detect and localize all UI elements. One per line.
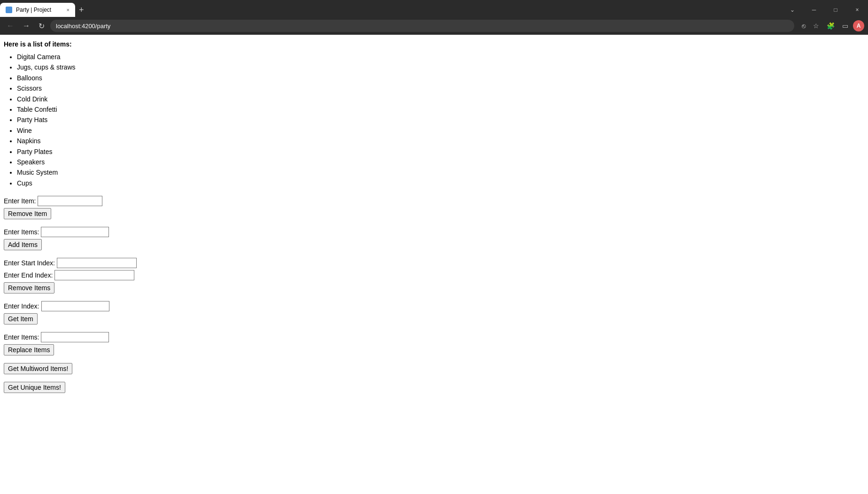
unique-button[interactable]: Get Unique Items! [4,382,65,393]
add-items-input[interactable] [41,227,109,237]
remove-item-input[interactable] [38,196,102,206]
star-icon[interactable]: ☆ [810,20,822,31]
add-items-section: Enter Items: Add Items [4,227,864,250]
tab-favicon [6,7,12,13]
start-index-label: Enter Start Index: [4,259,55,267]
list-item: Wine [17,125,864,136]
remove-item-section: Enter Item: Remove Item [4,196,864,219]
refresh-button[interactable]: ↻ [36,20,47,32]
remove-items-button[interactable]: Remove Items [4,282,54,293]
replace-items-row: Enter Items: [4,332,864,342]
list-item: Jugs, cups & straws [17,62,864,72]
list-item: Table Confetti [17,104,864,115]
get-item-row: Enter Index: [4,301,864,311]
list-item: Cups [17,178,864,188]
replace-items-button[interactable]: Replace Items [4,344,54,355]
tab-bar: Party | Project × + ⌄ ─ □ × [0,0,868,17]
start-index-input[interactable] [57,258,137,268]
back-button[interactable]: ← [4,20,17,32]
get-item-label: Enter Index: [4,302,39,310]
get-item-button[interactable]: Get Item [4,313,38,324]
page-content: Here is a list of items: Digital Camera … [0,35,868,406]
list-item: Speakers [17,157,864,167]
list-item: Party Hats [17,115,864,125]
tab-overflow-button[interactable]: ⌄ [782,1,803,18]
list-item: Scissors [17,83,864,93]
replace-items-section: Enter Items: Replace Items [4,332,864,355]
address-bar: ← → ↻ ⎋ ☆ 🧩 ▭ A [0,17,868,35]
toolbar-actions: ⎋ ☆ 🧩 ▭ A [799,20,864,31]
start-index-row: Enter Start Index: [4,258,864,268]
add-items-label: Enter Items: [4,228,39,236]
remove-item-label: Enter Item: [4,197,36,205]
get-item-input[interactable] [41,301,109,311]
add-items-button[interactable]: Add Items [4,239,42,250]
page-title: Here is a list of items: [4,40,864,48]
items-list: Digital Camera Jugs, cups & straws Ballo… [4,52,864,188]
list-item: Napkins [17,136,864,146]
maximize-button[interactable]: □ [825,1,846,18]
get-item-section: Enter Index: Get Item [4,301,864,324]
unique-section: Get Unique Items! [4,382,864,393]
profile-avatar[interactable]: A [853,20,864,31]
tab-title: Party | Project [16,7,51,13]
sidebar-icon[interactable]: ▭ [839,20,851,31]
list-item: Music System [17,167,864,178]
new-tab-button[interactable]: + [75,5,88,15]
replace-items-input[interactable] [41,332,109,342]
remove-item-row: Enter Item: [4,196,864,206]
list-item: Cold Drink [17,94,864,104]
replace-items-label: Enter Items: [4,333,39,341]
add-items-row: Enter Items: [4,227,864,237]
window-controls: ⌄ ─ □ × [782,1,868,18]
list-item: Balloons [17,73,864,83]
list-item: Digital Camera [17,52,864,62]
remove-items-section: Enter Start Index: Enter End Index: Remo… [4,258,864,293]
browser-chrome: Party | Project × + ⌄ ─ □ × ← → ↻ ⎋ ☆ 🧩 … [0,0,868,35]
multiword-section: Get Multiword Items! [4,363,864,374]
minimize-button[interactable]: ─ [803,1,825,18]
extensions-icon[interactable]: 🧩 [824,20,837,31]
share-icon[interactable]: ⎋ [799,20,808,31]
tab-close-button[interactable]: × [67,7,70,13]
remove-item-button[interactable]: Remove Item [4,208,51,219]
active-tab[interactable]: Party | Project × [0,3,75,17]
end-index-input[interactable] [54,270,134,280]
forward-button[interactable]: → [20,20,33,32]
close-window-button[interactable]: × [846,1,868,18]
list-item: Party Plates [17,147,864,157]
end-index-label: Enter End Index: [4,271,53,279]
url-bar[interactable] [50,20,794,32]
multiword-button[interactable]: Get Multiword Items! [4,363,72,374]
end-index-row: Enter End Index: [4,270,864,280]
